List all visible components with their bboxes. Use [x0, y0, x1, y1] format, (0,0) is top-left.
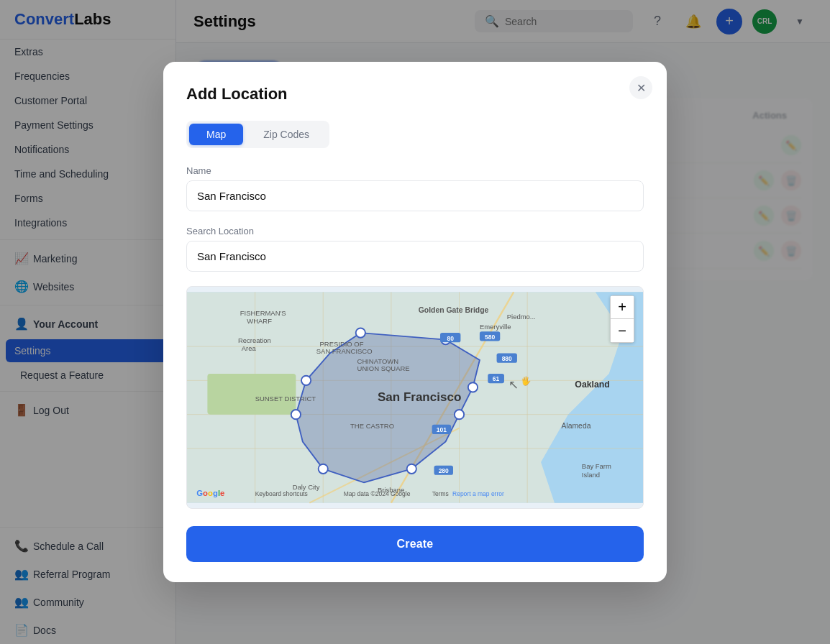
svg-point-21: [319, 464, 328, 474]
svg-text:↖: ↖: [509, 378, 519, 392]
search-location-field-group: Search Location: [186, 226, 644, 272]
svg-point-16: [356, 328, 365, 337]
name-field-group: Name: [186, 165, 644, 211]
modal-title: Add Location: [186, 85, 644, 104]
svg-text:Oakland: Oakland: [575, 380, 610, 390]
svg-text:580: 580: [485, 334, 495, 341]
svg-text:Recreation: Recreation: [238, 336, 271, 344]
zoom-out-button[interactable]: −: [611, 319, 634, 342]
map-container: San Francisco Oakland Alameda Bay Farm I…: [186, 286, 644, 509]
svg-text:Terms: Terms: [432, 490, 449, 497]
svg-text:FISHERMAN'S: FISHERMAN'S: [240, 309, 286, 317]
modal-overlay: Add Location ✕ Map Zip Codes Name Search…: [176, 43, 830, 644]
tab-map[interactable]: Map: [189, 124, 243, 145]
svg-point-18: [468, 382, 478, 392]
svg-text:SUNSET DISTRICT: SUNSET DISTRICT: [255, 395, 316, 402]
svg-text:Map data ©2024 Google: Map data ©2024 Google: [344, 490, 411, 497]
modal-tabs: Map Zip Codes: [186, 121, 329, 148]
svg-text:280: 280: [439, 467, 449, 474]
svg-text:WHARF: WHARF: [247, 317, 272, 325]
content-area: Social Networks Actions bookings outside…: [176, 43, 830, 644]
modal-close-button[interactable]: ✕: [629, 76, 652, 99]
svg-text:THE CASTRO: THE CASTRO: [350, 422, 394, 430]
svg-text:101: 101: [437, 426, 447, 433]
svg-text:Alameda: Alameda: [561, 422, 590, 430]
svg-text:Piedmo...: Piedmo...: [507, 313, 536, 321]
zoom-in-button[interactable]: +: [611, 296, 634, 319]
svg-text:CHINATOWN: CHINATOWN: [357, 357, 399, 365]
name-input[interactable]: [186, 180, 644, 211]
svg-text:Emeryville: Emeryville: [480, 323, 511, 331]
main-area: Settings 🔍 ? 🔔 + CRL ▼ Social Networks A…: [176, 0, 830, 644]
svg-text:🖐: 🖐: [521, 376, 532, 386]
svg-text:San Francisco: San Francisco: [378, 390, 461, 404]
svg-text:Island: Island: [582, 471, 600, 479]
svg-text:UNION SQUARE: UNION SQUARE: [357, 364, 410, 372]
svg-text:Google: Google: [196, 489, 224, 497]
name-label: Name: [186, 165, 644, 176]
tab-zip-codes[interactable]: Zip Codes: [246, 124, 327, 145]
search-location-label: Search Location: [186, 226, 644, 236]
search-location-input[interactable]: [186, 241, 644, 272]
svg-point-20: [407, 464, 416, 474]
create-button[interactable]: Create: [186, 526, 644, 562]
svg-text:Keyboard shortcuts: Keyboard shortcuts: [255, 490, 308, 497]
svg-text:880: 880: [502, 355, 512, 362]
svg-text:Daly City: Daly City: [293, 483, 320, 491]
add-location-modal: Add Location ✕ Map Zip Codes Name Search…: [176, 62, 667, 582]
svg-text:Golden Gate Bridge: Golden Gate Bridge: [419, 306, 489, 314]
svg-point-19: [455, 410, 464, 419]
svg-point-22: [291, 410, 301, 419]
svg-text:SAN FRANCISCO: SAN FRANCISCO: [316, 347, 373, 355]
svg-text:PRESIDIO OF: PRESIDIO OF: [320, 340, 364, 348]
svg-text:80: 80: [447, 335, 454, 342]
map-svg: San Francisco Oakland Alameda Bay Farm I…: [187, 287, 643, 508]
svg-text:Area: Area: [242, 344, 257, 352]
svg-text:Bay Farm: Bay Farm: [582, 462, 611, 470]
svg-text:61: 61: [493, 375, 500, 382]
svg-point-23: [301, 376, 311, 385]
svg-text:Report a map error: Report a map error: [452, 490, 504, 497]
